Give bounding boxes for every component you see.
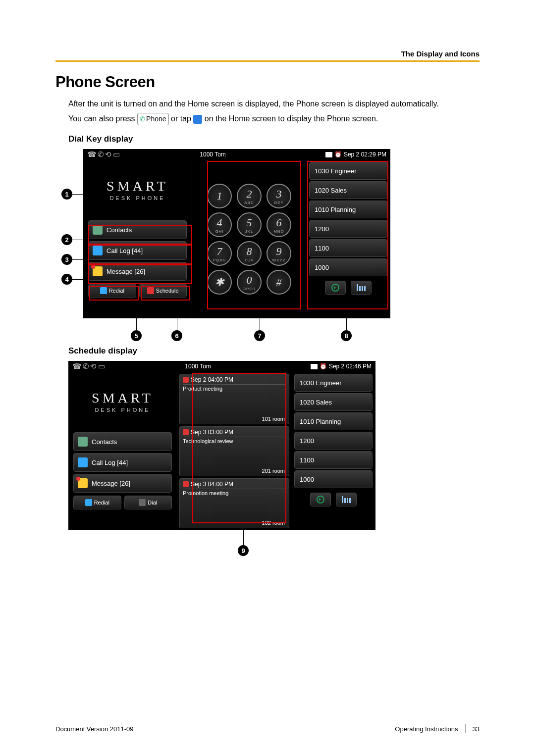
redial-label: Redial bbox=[109, 288, 124, 294]
logo: SMART DESK PHONE bbox=[83, 160, 192, 219]
arrow-left-icon-2 bbox=[317, 496, 324, 504]
schedule-button[interactable]: Schedule bbox=[139, 284, 187, 298]
contacts-button[interactable]: Contacts bbox=[88, 220, 187, 239]
callout-9: 9 bbox=[238, 545, 249, 556]
phone-app-icon bbox=[193, 115, 202, 124]
logo-sub: DESK PHONE bbox=[109, 195, 165, 201]
battery-icon-2 bbox=[311, 364, 318, 369]
calendar-icon-small bbox=[183, 377, 189, 383]
calllog-icon bbox=[93, 246, 103, 255]
speed-dial-5[interactable]: 1100 bbox=[309, 239, 387, 257]
callout-5: 5 bbox=[131, 330, 142, 341]
logo-main: SMART bbox=[107, 178, 168, 194]
calllog-button[interactable]: Call Log [44] bbox=[88, 241, 187, 260]
key-7[interactable]: 7PQRS bbox=[207, 241, 232, 266]
key-8[interactable]: 8TUV bbox=[237, 241, 262, 266]
intro-prefix: You can also press bbox=[68, 114, 137, 123]
voicemail-icon-2 bbox=[78, 478, 88, 488]
key-3[interactable]: 3DEF bbox=[267, 184, 291, 208]
schedule-label: Schedule bbox=[156, 288, 179, 294]
key-hash[interactable]: # bbox=[267, 270, 291, 295]
phone-screen-schedule: ☎ ✆ ⟲ ▭ 1000 Tom ⏰ Sep 2 02:46 PM SMART … bbox=[68, 361, 375, 530]
logo-2: SMART DESK PHONE bbox=[68, 372, 177, 431]
page-indicator-button-2[interactable] bbox=[336, 493, 357, 506]
alarm-icon: ⏰ bbox=[334, 151, 342, 158]
key-6[interactable]: 6MNO bbox=[267, 212, 291, 237]
status-right-2: ⏰ Sep 2 02:46 PM bbox=[282, 363, 372, 370]
page-indicator-button[interactable] bbox=[351, 281, 372, 295]
status-time: Sep 2 02:29 PM bbox=[344, 151, 386, 158]
key-4[interactable]: 4GHI bbox=[207, 212, 232, 237]
calendar-icon-small-3 bbox=[183, 481, 189, 487]
callout-8: 8 bbox=[341, 330, 352, 341]
schedule-item-2[interactable]: Sep 3 03:00 PM Technological review 201 … bbox=[179, 426, 289, 476]
status-bar-2: ☎ ✆ ⟲ ▭ 1000 Tom ⏰ Sep 2 02:46 PM bbox=[68, 361, 375, 372]
speed-dial-4b[interactable]: 1200 bbox=[294, 432, 373, 450]
intro-text-1: After the unit is turned on and the Home… bbox=[68, 98, 480, 110]
page-title: Phone Screen bbox=[55, 73, 480, 91]
redial-icon-2 bbox=[85, 499, 92, 506]
left-pane-2: SMART DESK PHONE Contacts Call Log [44] … bbox=[68, 372, 177, 530]
phone-btn-label: Phone bbox=[146, 114, 166, 124]
key-0[interactable]: 0OPER bbox=[237, 270, 262, 295]
footer-divider bbox=[465, 724, 466, 733]
status-time-2: Sep 2 02:46 PM bbox=[329, 363, 372, 370]
callout-4: 4 bbox=[61, 274, 72, 285]
header-rule bbox=[55, 60, 480, 62]
speed-dial-6b[interactable]: 1000 bbox=[294, 470, 373, 488]
schedule-item-3[interactable]: Sep 3 04:00 PM Promotion meeting 102 roo… bbox=[179, 478, 289, 528]
schedule-item-1[interactable]: Sep 2 04:00 PM Product meeting 101 room bbox=[179, 374, 289, 424]
key-9[interactable]: 9WXYZ bbox=[267, 241, 291, 266]
contacts-label: Contacts bbox=[107, 226, 132, 234]
page-header-section: The Display and Icons bbox=[401, 50, 480, 58]
prev-page-button-2[interactable] bbox=[310, 493, 331, 506]
speed-dial-3b[interactable]: 1010 Planning bbox=[294, 412, 373, 430]
footer-page-number: 33 bbox=[473, 725, 480, 733]
redial-button-2[interactable]: Redial bbox=[73, 496, 121, 509]
phone-screen-dialkey: ☎ ✆ ⟲ ▭ 1000 Tom ⏰ Sep 2 02:29 PM SMART … bbox=[83, 149, 390, 318]
voicemail-icon bbox=[93, 266, 103, 276]
dial-button-2[interactable]: Dial bbox=[124, 496, 172, 509]
intro-mid: or tap bbox=[171, 114, 193, 123]
speed-dial-4[interactable]: 1200 bbox=[309, 220, 387, 238]
status-right: ⏰ Sep 2 02:29 PM bbox=[297, 151, 386, 158]
speed-dial-2[interactable]: 1020 Sales bbox=[309, 181, 387, 199]
dialpad-icon bbox=[139, 499, 146, 506]
contacts-icon-2 bbox=[78, 437, 88, 447]
message-label: Message [26] bbox=[107, 268, 145, 275]
speed-dial-6[interactable]: 1000 bbox=[309, 258, 387, 276]
intro-suffix: on the Home screen to display the Phone … bbox=[205, 114, 378, 123]
contacts-button-2[interactable]: Contacts bbox=[73, 432, 172, 451]
speed-dial-pane-2: 1030 Engineer 1020 Sales 1010 Planning 1… bbox=[291, 372, 375, 530]
prev-page-button[interactable] bbox=[325, 281, 346, 295]
footer-doc-version: Document Version 2011-09 bbox=[55, 725, 134, 733]
speed-dial-2b[interactable]: 1020 Sales bbox=[294, 393, 373, 411]
speed-dial-5b[interactable]: 1100 bbox=[294, 451, 373, 469]
status-icons-left: ☎ ✆ ⟲ ▭ bbox=[87, 150, 186, 159]
speed-dial-pane: 1030 Engineer 1020 Sales 1010 Planning 1… bbox=[306, 160, 390, 318]
subheading-schedule: Schedule display bbox=[68, 346, 480, 356]
message-button-2[interactable]: Message [26] bbox=[73, 474, 172, 493]
redial-icon bbox=[100, 287, 107, 294]
status-center: 1000 Tom bbox=[186, 151, 297, 158]
dialpad: 1 2ABC 3DEF 4GHI 5JKL 6MNO 7PQRS 8TUV 9W… bbox=[192, 160, 306, 318]
speed-dial-1b[interactable]: 1030 Engineer bbox=[294, 374, 373, 392]
key-star[interactable]: ✱ bbox=[207, 270, 232, 295]
speed-dial-3[interactable]: 1010 Planning bbox=[309, 201, 387, 218]
speed-dial-1[interactable]: 1030 Engineer bbox=[309, 162, 387, 180]
status-bar: ☎ ✆ ⟲ ▭ 1000 Tom ⏰ Sep 2 02:29 PM bbox=[83, 149, 390, 160]
calllog-button-2[interactable]: Call Log [44] bbox=[73, 453, 172, 472]
status-center-2: 1000 Tom bbox=[171, 363, 282, 370]
callout-2: 2 bbox=[61, 234, 72, 245]
page-footer: Document Version 2011-09 Operating Instr… bbox=[55, 724, 480, 733]
footer-manual-title: Operating Instructions bbox=[395, 725, 458, 733]
callout-7: 7 bbox=[254, 330, 265, 341]
key-5[interactable]: 5JKL bbox=[237, 212, 262, 237]
logo-main-2: SMART bbox=[92, 390, 154, 406]
key-1[interactable]: 1 bbox=[207, 184, 232, 208]
key-2[interactable]: 2ABC bbox=[237, 184, 262, 208]
status-icons-left-2: ☎ ✆ ⟲ ▭ bbox=[72, 362, 171, 371]
redial-button[interactable]: Redial bbox=[88, 284, 136, 298]
callout-3: 3 bbox=[61, 254, 72, 265]
message-button[interactable]: Message [26] bbox=[88, 262, 187, 281]
